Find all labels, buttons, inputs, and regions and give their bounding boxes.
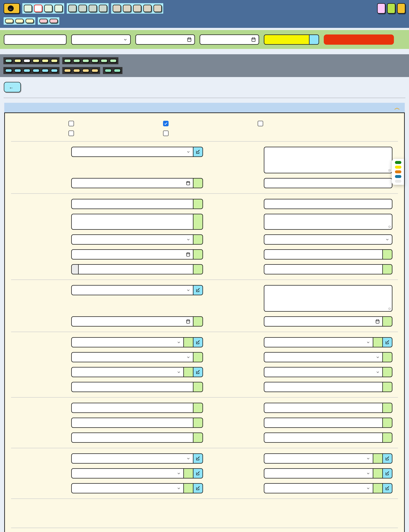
tab-skupinova-prace[interactable] (14, 69, 21, 72)
checkbox-icon[interactable] (68, 121, 74, 126)
jmeno-input[interactable] (71, 199, 203, 209)
calendar-icon[interactable] (186, 181, 190, 185)
calendar-icon[interactable] (187, 37, 191, 42)
help-button[interactable] (193, 403, 203, 413)
narodnost-select[interactable] (71, 453, 203, 464)
tab-zapujcky[interactable] (82, 69, 89, 72)
tab-stiznosti[interactable] (82, 59, 89, 63)
nav-napoveda[interactable] (387, 3, 395, 14)
edit-list-button[interactable] (193, 453, 203, 464)
vlastni-zarazeni-4-select[interactable] (71, 483, 203, 493)
help-button[interactable] (193, 316, 203, 327)
prijmeni-input[interactable] (264, 199, 392, 209)
nav-sprava[interactable] (39, 19, 48, 23)
edit-list-button[interactable] (193, 285, 203, 295)
nav-nastenka[interactable] (24, 5, 32, 12)
checkbox-sas[interactable] (258, 121, 398, 126)
tab-editace[interactable] (14, 59, 21, 63)
nav-akce[interactable] (99, 5, 107, 12)
variabilni-symbol-input[interactable] (264, 433, 392, 443)
trvale-bydliste-select[interactable] (71, 352, 203, 362)
tab-cinnosti[interactable] (23, 69, 30, 72)
tab-tisk-vykazu[interactable] (114, 69, 121, 72)
nav-organizer[interactable] (78, 5, 87, 12)
pohlavi-select[interactable] (264, 234, 392, 245)
help-button[interactable] (373, 337, 383, 347)
calendar-icon[interactable] (375, 319, 380, 324)
tab-rodina-active[interactable] (23, 59, 30, 63)
tab-smlouvy[interactable] (100, 59, 108, 63)
help-button[interactable] (184, 468, 193, 478)
help-button[interactable] (193, 234, 203, 245)
datum-vylouceni-2-input[interactable] (264, 316, 392, 327)
tab-ubytovani[interactable] (73, 69, 80, 72)
pozice-v-rodine-2-select[interactable] (71, 285, 203, 295)
help-button[interactable] (193, 382, 203, 392)
datum-prijeti-2-input[interactable] (71, 316, 203, 327)
vlastni-zarazeni-3-select[interactable] (264, 468, 392, 478)
checkbox-nzdm[interactable] (163, 121, 258, 126)
tab-plany[interactable] (110, 59, 117, 63)
prezdivka-input[interactable] (71, 214, 203, 230)
help-button[interactable] (383, 249, 392, 259)
nav-klienti-active[interactable] (34, 5, 42, 12)
help-button[interactable] (373, 468, 383, 478)
tab-strava[interactable] (64, 69, 71, 72)
zobrazit-button[interactable] (264, 35, 309, 45)
checkbox-sen[interactable] (68, 121, 163, 126)
datum-do-input[interactable] (200, 35, 259, 45)
tab-potreby[interactable] (73, 59, 80, 63)
nav-web[interactable] (26, 19, 34, 23)
tab-poznamky[interactable] (51, 59, 58, 63)
help-button[interactable] (193, 199, 203, 209)
vlastni-polozka-2-input[interactable] (264, 403, 392, 413)
calendar-icon[interactable] (186, 319, 190, 324)
vlastni-zarazeni-2-select[interactable] (71, 468, 203, 478)
help-button[interactable] (383, 403, 392, 413)
help-button[interactable] (383, 433, 392, 443)
nav-zamestnanci[interactable] (68, 5, 77, 12)
nav-finance[interactable] (143, 5, 152, 12)
help-button[interactable] (373, 453, 383, 464)
tab-status[interactable] (64, 59, 71, 63)
help-button[interactable] (383, 382, 392, 392)
nav-kurzy[interactable] (89, 5, 97, 12)
back-button[interactable]: ← (4, 3, 20, 14)
datum-prijeti-input[interactable] (71, 178, 203, 188)
help-button[interactable] (193, 178, 203, 188)
nav-navigace[interactable] (377, 3, 385, 14)
nav-zapujcky[interactable] (113, 5, 121, 12)
calendar-icon[interactable] (186, 252, 190, 257)
checkbox-tera[interactable] (163, 131, 258, 136)
help-button[interactable] (184, 483, 193, 493)
nav-statistiky[interactable] (5, 19, 13, 23)
edit-list-button[interactable] (383, 337, 392, 347)
edit-list-button[interactable] (383, 453, 392, 464)
edit-list-button[interactable] (193, 367, 203, 377)
nav-dokumenty[interactable] (15, 19, 24, 23)
pocet-osob-input[interactable] (71, 382, 203, 392)
help-button[interactable] (383, 418, 392, 428)
adresa-textarea[interactable] (264, 214, 392, 230)
edit-list-button[interactable] (193, 337, 203, 347)
help-button[interactable] (184, 337, 193, 347)
tab-prehled-pozn[interactable] (105, 69, 112, 72)
stupen-zavislosti-select[interactable] (264, 337, 392, 347)
menu-clen-rodiny-button[interactable] (395, 166, 401, 169)
tab-informace[interactable] (5, 59, 12, 63)
poskytovani-bez-uhrady-select[interactable] (264, 367, 392, 377)
nav-kancelar[interactable] (154, 5, 162, 12)
nav-helpdesk[interactable] (50, 19, 58, 23)
edit-list-button[interactable] (193, 147, 203, 157)
datum-od-input[interactable] (136, 35, 195, 45)
help-button[interactable] (383, 316, 392, 327)
choose-file-button[interactable] (71, 264, 79, 275)
stredisko-select[interactable] (71, 35, 131, 45)
menu-dolu-button[interactable] (395, 175, 401, 178)
nav-strava[interactable] (133, 5, 141, 12)
nav-ubytovani[interactable] (123, 5, 131, 12)
zobrazit-help-button[interactable] (309, 35, 319, 45)
calendar-icon[interactable] (251, 37, 256, 42)
checkbox-strw[interactable] (68, 131, 163, 136)
edit-list-button[interactable] (383, 483, 392, 493)
